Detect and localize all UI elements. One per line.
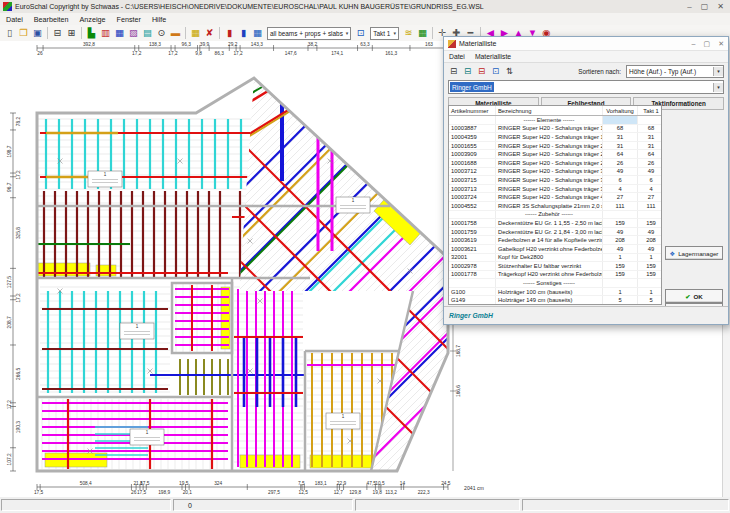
table-cell: 10003621 — [449, 245, 496, 253]
ok-button[interactable]: ✔ OK — [665, 289, 723, 303]
table-row[interactable]: 10003909RINGER Super H20 - Schalungs trä… — [449, 150, 661, 159]
dialog-close-button[interactable]: ✕ — [718, 40, 724, 48]
column-header[interactable]: Takt 1 — [638, 106, 662, 115]
table-cell: 10001758 — [449, 219, 496, 227]
table-cell: 26 — [638, 159, 662, 167]
table-row[interactable]: 10003621Gabelkopf H20 verzinkt ohne Fede… — [449, 245, 661, 254]
table-row[interactable]: 10002978Stützenhalter EU faltbar verzink… — [449, 262, 661, 271]
layers-icon[interactable]: ≋ — [402, 27, 415, 40]
section-separator-row[interactable]: ------ Sonstiges ------ — [449, 279, 661, 288]
zoom-tool-icon[interactable]: ⊙ — [155, 27, 168, 40]
table-row[interactable]: G100Holzträger 100 cm (bauseits)11 — [449, 288, 661, 297]
dimension-label: 22,9 — [337, 481, 347, 486]
print-preview-icon[interactable]: ⊞ — [65, 27, 78, 40]
hatch-tool-icon[interactable]: ▨ — [127, 27, 140, 40]
delete-list-icon[interactable]: ✘ — [203, 27, 216, 40]
table-row[interactable]: G149Holzträger 149 cm (bauseits)55 — [449, 296, 661, 305]
view-filter-dropdown[interactable]: all beams + props + slabs▾ — [267, 27, 351, 40]
status-cell-4 — [522, 499, 729, 511]
table-cell: 208 — [638, 236, 662, 244]
lagermanager-button[interactable]: ❖ Lagermanager — [665, 246, 723, 260]
table-cell: 26 — [603, 159, 638, 167]
position-label-box: 1 — [130, 429, 164, 445]
table-row[interactable]: 10003887RINGER Super H20 - Schalungs trä… — [449, 125, 661, 134]
main-statusbar: 0 — [0, 497, 730, 513]
stats-blue-icon[interactable]: ▮ — [237, 27, 250, 40]
table-row[interactable]: 10001758Deckenstütze EU Gr. 1 1,55 - 2,5… — [449, 219, 661, 228]
print-icon[interactable]: ⊟ — [51, 27, 64, 40]
dialog-menu-item-materialliste[interactable]: Materialliste — [475, 53, 511, 60]
table-cell: 64 — [638, 150, 662, 158]
stats-red-icon[interactable]: ▮ — [223, 27, 236, 40]
dialog-maximize-button[interactable]: ▢ — [704, 40, 711, 48]
dialog-icon — [448, 40, 456, 48]
menu-item-fenster[interactable]: Fenster — [117, 15, 141, 24]
table-row[interactable]: 10004552RINGER 3S Schalungsplatte 21mm 2… — [449, 202, 661, 211]
section-separator-row[interactable]: ------ Zubehör ------ — [449, 211, 661, 220]
dialog-minimize-button[interactable]: – — [692, 40, 696, 48]
table-cell: 10003713 — [449, 185, 496, 193]
page-icon[interactable]: ⊡ — [354, 27, 367, 40]
table-blue-icon[interactable]: ▦ — [251, 27, 264, 40]
sort-icon[interactable]: ⇅ — [504, 66, 515, 77]
wall-red-tool-icon[interactable]: ▥ — [99, 27, 112, 40]
company-dropdown[interactable]: Ringer GmbH ▾ — [448, 80, 724, 94]
takt-dropdown[interactable]: Takt 1▾ — [370, 27, 399, 40]
table-cell: 10003712 — [449, 168, 496, 176]
chevron-down-icon[interactable]: ▾ — [393, 30, 396, 36]
menu-item-bearbeiten[interactable]: Bearbeiten — [34, 15, 69, 24]
dialog-titlebar: Materialliste – ▢ ✕ — [444, 37, 728, 51]
table-cell: 49 — [603, 245, 638, 253]
table-row[interactable]: 10003715RINGER Super H20 - Schalungs trä… — [449, 176, 661, 185]
column-header[interactable]: Vorhaltung — [603, 106, 638, 115]
table-row[interactable]: 10003619Federbolzen ø 14 für alle Kopfte… — [449, 236, 661, 245]
column-header[interactable]: Artikelnummer — [449, 106, 496, 115]
section-separator-row[interactable]: ------ Elemente ------ — [449, 116, 661, 125]
column-header[interactable]: Bezeichnung — [496, 106, 603, 115]
table-row[interactable]: 10001778Trägerkopf H20 verzinkt ohne Fed… — [449, 271, 661, 280]
minimize-button[interactable]: – — [687, 2, 691, 11]
table-row[interactable]: 10003724RINGER Super H20 - Schalungs trä… — [449, 193, 661, 202]
materialliste-dialog: Materialliste – ▢ ✕ DateiMaterialliste ⊟… — [443, 36, 729, 325]
dimension-label: 17,5 — [137, 490, 147, 495]
menu-item-anzeige[interactable]: Anzeige — [80, 15, 106, 24]
dialog-menu-item-datei[interactable]: Datei — [449, 53, 465, 60]
table-cell: 4 — [638, 185, 662, 193]
table-row[interactable]: 10004359RINGER Super H20 - Schalungs trä… — [449, 133, 661, 142]
table-row[interactable]: 10003712RINGER Super H20 - Schalungs trä… — [449, 168, 661, 177]
toolbar-separator — [219, 27, 220, 39]
table-cell — [449, 279, 496, 287]
notes-icon[interactable]: ⊡ — [490, 66, 501, 77]
menu-item-datei[interactable]: Datei — [6, 15, 23, 24]
new-icon[interactable]: ▯ — [3, 27, 16, 40]
dash-tool-icon[interactable]: ▬ — [169, 27, 182, 40]
open-icon[interactable]: ❒ — [17, 27, 30, 40]
print-red-icon[interactable]: ⊟ — [476, 66, 487, 77]
slab-tool-icon[interactable]: ▤ — [141, 27, 154, 40]
print-icon[interactable]: ⊟ — [448, 66, 459, 77]
dimension-label: 17,5 — [140, 481, 150, 486]
table-row[interactable]: 10003713RINGER Super H20 - Schalungs trä… — [449, 185, 661, 194]
sort-dropdown[interactable]: Höhe (Auf.) - Typ (Auf.) ▾ — [626, 65, 724, 78]
grid-green-icon[interactable]: ▦ — [416, 27, 429, 40]
close-button[interactable]: ✕ — [717, 2, 724, 11]
table-row[interactable]: 10001688RINGER Super H20 - Schalungs trä… — [449, 159, 661, 168]
position-label-box: 1 — [336, 197, 370, 213]
table-cell: 10004552 — [449, 202, 496, 210]
material-list-icon[interactable]: ▦ — [189, 27, 202, 40]
menu-item-hilfe[interactable]: Hilfe — [152, 15, 166, 24]
maximize-button[interactable]: ▢ — [701, 2, 709, 11]
chevron-down-icon[interactable]: ▾ — [713, 83, 723, 92]
table-cell: Holzträger 149 cm (bauseits) — [496, 296, 603, 304]
save-icon[interactable]: ▣ — [31, 27, 44, 40]
print-all-icon[interactable]: ⊟ — [462, 66, 473, 77]
table-row[interactable]: 32001Kopf für Dek280011 — [449, 254, 661, 263]
table-cell: 1 — [638, 254, 662, 262]
table-row[interactable]: 10001655RINGER Super H20 - Schalungs trä… — [449, 142, 661, 151]
wall-blue-tool-icon[interactable]: ▦ — [113, 27, 126, 40]
chevron-down-icon[interactable]: ▾ — [713, 67, 723, 76]
corner-tool-icon[interactable]: ▙ — [85, 27, 98, 40]
chevron-down-icon[interactable]: ▾ — [346, 30, 349, 36]
table-row[interactable]: 10001759Deckenstütze EU Gr. 2 1,84 - 3,0… — [449, 228, 661, 237]
dialog-title: Materialliste — [459, 40, 496, 47]
